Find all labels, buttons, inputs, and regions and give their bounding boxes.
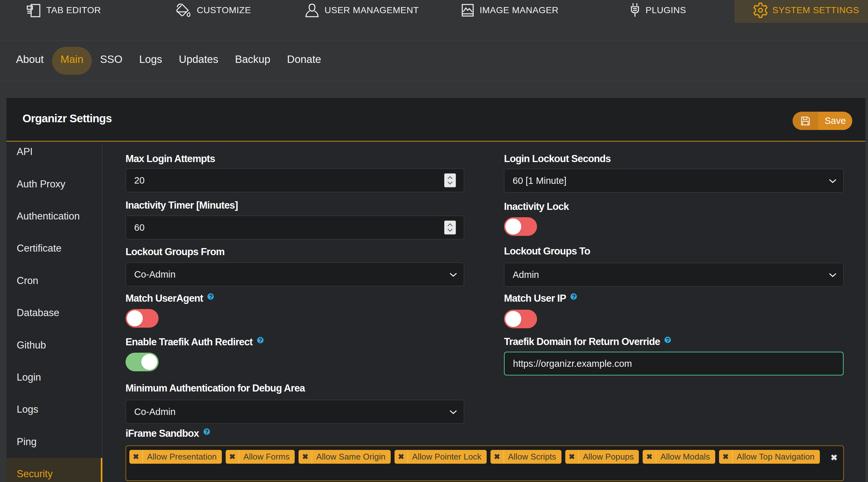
- field-label: Match User IP?: [504, 293, 577, 304]
- sandbox-tag[interactable]: ✖Allow Modals: [643, 450, 715, 464]
- tag-label: Allow Presentation: [143, 452, 222, 462]
- remove-tag-icon[interactable]: ✖: [719, 450, 733, 464]
- match-useragent-toggle[interactable]: [125, 309, 159, 328]
- field-label: Inactivity Timer [Minutes]: [125, 200, 238, 211]
- help-icon[interactable]: ?: [204, 428, 210, 435]
- sidebar-item-logs[interactable]: Logs: [6, 393, 102, 425]
- iframe-sandbox-tags-field[interactable]: ✖Allow Presentation✖Allow Forms✖Allow Sa…: [125, 445, 844, 481]
- tab-editor-icon: [26, 3, 41, 18]
- toggle-knob: [505, 219, 521, 234]
- remove-tag-icon[interactable]: ✖: [299, 450, 312, 464]
- lockout-groups-to-select[interactable]: Admin: [504, 263, 844, 287]
- remove-tag-icon[interactable]: ✖: [226, 450, 239, 464]
- help-icon[interactable]: ?: [570, 293, 577, 300]
- panel-body: API Auth Proxy Authentication Certificat…: [6, 142, 865, 482]
- chevron-down-icon: [449, 407, 458, 417]
- tab-main[interactable]: Main: [52, 47, 92, 75]
- sidebar-item-auth-proxy[interactable]: Auth Proxy: [6, 168, 102, 200]
- save-button[interactable]: Save: [793, 112, 852, 130]
- remove-tag-icon[interactable]: ✖: [395, 450, 408, 464]
- sidebar-item-cron[interactable]: Cron: [6, 265, 102, 297]
- number-spinner[interactable]: [444, 173, 456, 187]
- toggle-knob: [141, 354, 157, 370]
- nav-label: TAB EDITOR: [46, 5, 101, 15]
- sidebar-item-database[interactable]: Database: [6, 297, 102, 329]
- help-icon[interactable]: ?: [664, 336, 671, 343]
- lockout-groups-from-select[interactable]: Co-Admin: [125, 262, 464, 286]
- nav-label: IMAGE MANAGER: [479, 5, 559, 15]
- tab-backup[interactable]: Backup: [227, 47, 279, 75]
- nav-label: PLUGINS: [646, 5, 686, 15]
- remove-tag-icon[interactable]: ✖: [491, 450, 504, 464]
- min-auth-debug-select[interactable]: Co-Admin: [125, 400, 464, 424]
- tag-label: Allow Popups: [579, 452, 639, 462]
- organizr-settings-panel: Organizr Settings Save API Auth Proxy Au…: [6, 98, 865, 482]
- nav-label: USER MANAGEMENT: [324, 5, 419, 15]
- sandbox-tag[interactable]: ✖Allow Forms: [226, 450, 295, 464]
- save-icon: [793, 112, 818, 130]
- clear-all-tags-icon[interactable]: ✖: [831, 453, 837, 463]
- select-value: Co-Admin: [134, 269, 464, 280]
- plug-icon: [630, 3, 640, 18]
- sidebar-item-authentication[interactable]: Authentication: [6, 200, 102, 232]
- nav-user-management[interactable]: USER MANAGEMENT: [305, 0, 419, 23]
- sidebar-item-api[interactable]: API: [6, 142, 102, 168]
- settings-tabs: About Main SSO Logs Updates Backup Donat…: [0, 40, 868, 81]
- chevron-down-icon: [829, 175, 837, 186]
- remove-tag-icon[interactable]: ✖: [565, 450, 579, 464]
- max-login-attempts-input[interactable]: 20: [125, 168, 464, 192]
- remove-tag-icon[interactable]: ✖: [129, 450, 143, 464]
- nav-image-manager[interactable]: IMAGE MANAGER: [461, 0, 559, 23]
- nav-plugins[interactable]: PLUGINS: [630, 0, 686, 23]
- tab-about[interactable]: About: [8, 47, 52, 75]
- sidebar-item-certificate[interactable]: Certificate: [6, 232, 102, 264]
- field-label: Enable Traefik Auth Redirect?: [125, 336, 264, 348]
- tab-updates[interactable]: Updates: [170, 47, 227, 75]
- nav-tab-editor[interactable]: TAB EDITOR: [26, 0, 101, 23]
- help-icon[interactable]: ?: [207, 293, 214, 300]
- tab-logs[interactable]: Logs: [131, 47, 170, 75]
- field-label: iFrame Sandbox?: [125, 428, 210, 439]
- page-title: Organizr Settings: [23, 112, 112, 125]
- tab-sso[interactable]: SSO: [92, 47, 131, 75]
- tag-label: Allow Modals: [656, 452, 715, 462]
- remove-tag-icon[interactable]: ✖: [643, 450, 656, 464]
- sandbox-tag[interactable]: ✖Allow Scripts: [491, 450, 561, 464]
- field-label: Max Login Attempts: [125, 153, 215, 164]
- tab-donate[interactable]: Donate: [279, 47, 329, 75]
- number-spinner[interactable]: [444, 221, 456, 234]
- tag-label: Allow Forms: [239, 452, 295, 462]
- settings-form: Max Login Attempts 20 Inactivity Timer […: [102, 142, 865, 482]
- sandbox-tag[interactable]: ✖Allow Popups: [565, 450, 639, 464]
- tag-label: Allow Top Navigation: [733, 452, 820, 462]
- tag-label: Allow Scripts: [504, 452, 561, 462]
- panel-header: Organizr Settings Save: [6, 98, 865, 141]
- help-icon[interactable]: ?: [257, 337, 264, 343]
- inactivity-lock-toggle[interactable]: [504, 217, 537, 236]
- select-value: Co-Admin: [134, 407, 464, 417]
- sandbox-tag[interactable]: ✖Allow Same Origin: [299, 450, 391, 464]
- login-lockout-seconds-select[interactable]: 60 [1 Minute]: [504, 169, 844, 193]
- sidebar-item-github[interactable]: Github: [6, 329, 102, 361]
- sidebar-item-ping[interactable]: Ping: [6, 426, 102, 458]
- tag-list: ✖Allow Presentation✖Allow Forms✖Allow Sa…: [129, 450, 824, 464]
- select-value: 60 [1 Minute]: [513, 175, 843, 186]
- field-label: Login Lockout Seconds: [504, 153, 611, 164]
- sandbox-tag[interactable]: ✖Allow Presentation: [129, 450, 222, 464]
- sidebar-item-login[interactable]: Login: [6, 361, 102, 393]
- field-label: Traefik Domain for Return Override?: [504, 336, 671, 347]
- image-icon: [461, 3, 474, 17]
- traefik-domain-input[interactable]: https://organizr.example.com: [504, 352, 844, 376]
- field-label: Lockout Groups To: [504, 246, 590, 257]
- settings-sidebar: API Auth Proxy Authentication Certificat…: [6, 142, 102, 482]
- nav-customize[interactable]: CUSTOMIZE: [175, 0, 251, 23]
- sandbox-tag[interactable]: ✖Allow Pointer Lock: [395, 450, 487, 464]
- toggle-knob: [127, 310, 143, 326]
- separator: [0, 81, 868, 81]
- match-user-ip-toggle[interactable]: [504, 310, 537, 328]
- sidebar-item-security[interactable]: Security: [6, 458, 102, 482]
- sandbox-tag[interactable]: ✖Allow Top Navigation: [719, 450, 820, 464]
- nav-system-settings[interactable]: SYSTEM SETTINGS: [735, 0, 868, 23]
- inactivity-timer-input[interactable]: 60: [125, 216, 464, 239]
- traefik-auth-redirect-toggle[interactable]: [125, 353, 159, 371]
